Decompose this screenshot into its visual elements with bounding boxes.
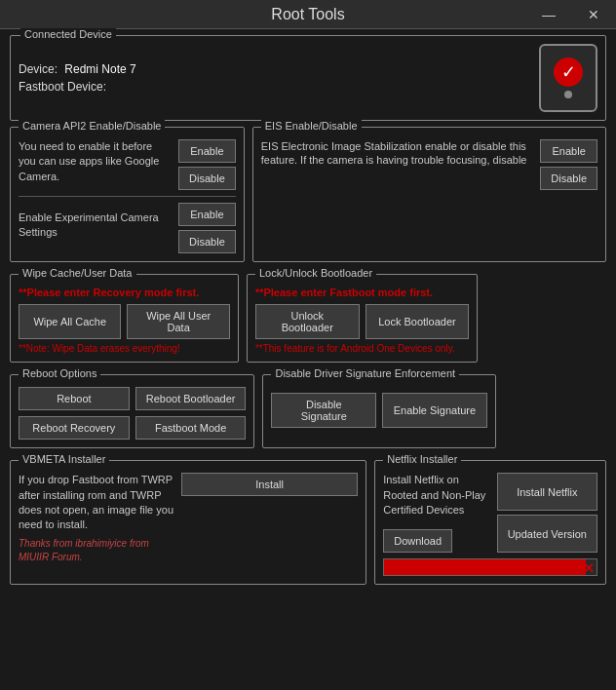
fastboot-mode-button[interactable]: Fastboot Mode bbox=[135, 416, 247, 440]
bootloader-panel: Lock/Unlock Bootloader **Please enter Fa… bbox=[247, 274, 478, 363]
install-netflix-button[interactable]: Install Netflix bbox=[497, 473, 597, 511]
eis-content: EIS Electronic Image Stabilization enabl… bbox=[261, 139, 597, 190]
wipe-all-cache-button[interactable]: Wipe All Cache bbox=[19, 304, 121, 339]
disable-signature-button[interactable]: Disable Signature bbox=[271, 393, 376, 428]
bootloader-title: Lock/Unlock Bootloader bbox=[255, 267, 376, 279]
eis-enable-button[interactable]: Enable bbox=[540, 139, 597, 163]
connected-device-panel: Connected Device Device: Redmi Note 7 Fa… bbox=[10, 35, 606, 121]
bootloader-note: **This feature is for Android One Device… bbox=[255, 343, 469, 354]
device-value: Redmi Note 7 bbox=[64, 62, 135, 76]
bootloader-warning: **Please enter Fastboot mode first. bbox=[255, 287, 469, 298]
device-dot bbox=[564, 91, 572, 98]
vbmeta-panel: VBMETA Installer If you drop Fastboot fr… bbox=[10, 460, 366, 585]
reboot-buttons: Reboot Reboot Bootloader Reboot Recovery… bbox=[19, 387, 246, 440]
fastboot-line: Fastboot Device: bbox=[19, 80, 539, 94]
netflix-content: Install Netflix on Rooted and Non-Play C… bbox=[383, 473, 597, 576]
camera-api-content: You need to enable it before you can use… bbox=[19, 139, 236, 253]
exp-camera-label: Enable Experimental Camera Settings bbox=[19, 211, 171, 241]
row2: Wipe Cache/User Data **Please enter Reco… bbox=[10, 274, 606, 368]
reboot-bootloader-button[interactable]: Reboot Bootloader bbox=[135, 387, 247, 410]
updated-version-button[interactable]: Updated Version bbox=[497, 515, 597, 553]
bootloader-content: **Please enter Fastboot mode first. Unlo… bbox=[255, 287, 469, 354]
reboot-title: Reboot Options bbox=[19, 367, 100, 379]
minimize-button[interactable]: — bbox=[526, 0, 571, 29]
wipe-all-user-button[interactable]: Wipe All User Data bbox=[127, 304, 229, 339]
camera-disable-button[interactable]: Disable bbox=[178, 167, 236, 190]
netflix-right: Install Netflix Updated Version bbox=[497, 473, 597, 553]
eis-buttons: Enable Disable bbox=[540, 139, 597, 190]
row3: Reboot Options Reboot Reboot Bootloader … bbox=[10, 374, 606, 454]
reboot-button[interactable]: Reboot bbox=[19, 387, 130, 410]
connected-device-label: Connected Device bbox=[20, 28, 116, 40]
vbmeta-content: If you drop Fastboot from TWRP after ins… bbox=[19, 473, 358, 564]
vbmeta-text-block: If you drop Fastboot from TWRP after ins… bbox=[19, 473, 173, 564]
vbmeta-install-button[interactable]: Install bbox=[181, 473, 358, 496]
netflix-download-button[interactable]: Download bbox=[383, 529, 452, 553]
eis-description: EIS Electronic Image Stabilization enabl… bbox=[261, 139, 533, 186]
device-icon: ✓ bbox=[539, 44, 597, 112]
lock-bootloader-button[interactable]: Lock Bootloader bbox=[366, 304, 470, 339]
netflix-title: Netflix Installer bbox=[383, 453, 461, 465]
bootloader-buttons: Unlock Bootloader Lock Bootloader bbox=[255, 304, 469, 339]
vbmeta-title: VBMETA Installer bbox=[19, 453, 109, 465]
vbmeta-description: If you drop Fastboot from TWRP after ins… bbox=[19, 473, 173, 533]
eis-disable-button[interactable]: Disable bbox=[540, 167, 597, 190]
row4: VBMETA Installer If you drop Fastboot fr… bbox=[10, 460, 606, 591]
unlock-bootloader-button[interactable]: Unlock Bootloader bbox=[255, 304, 360, 339]
device-info: Device: Redmi Note 7 Fastboot Device: bbox=[19, 58, 539, 97]
camera-api-title: Camera API2 Enable/Disable bbox=[19, 120, 165, 132]
vbmeta-thanks: Thanks from ibrahimiyice from MIUIIR For… bbox=[19, 537, 173, 564]
row1: Camera API2 Enable/Disable You need to e… bbox=[10, 127, 606, 268]
camera-enable-button[interactable]: Enable bbox=[178, 139, 236, 163]
main-content: Connected Device Device: Redmi Note 7 Fa… bbox=[0, 29, 616, 602]
driver-buttons: Disable Signature Enable Signature bbox=[271, 393, 486, 428]
progress-close-icon[interactable]: ✕ bbox=[583, 560, 595, 576]
netflix-grid: Install Netflix on Rooted and Non-Play C… bbox=[383, 473, 597, 553]
eis-title: EIS Enable/Disable bbox=[261, 120, 362, 132]
camera-api-panel: Camera API2 Enable/Disable You need to e… bbox=[10, 127, 245, 262]
wipe-cache-buttons: Wipe All Cache Wipe All User Data bbox=[19, 304, 230, 339]
driver-signature-panel: Disable Driver Signature Enforcement Dis… bbox=[262, 374, 495, 448]
wipe-cache-panel: Wipe Cache/User Data **Please enter Reco… bbox=[10, 274, 239, 363]
window-title: Root Tools bbox=[271, 6, 344, 23]
netflix-panel: Netflix Installer Install Netflix on Roo… bbox=[374, 460, 606, 585]
wipe-cache-note: **Note: Wipe Data erases everything! bbox=[19, 343, 230, 354]
wipe-cache-title: Wipe Cache/User Data bbox=[19, 267, 136, 279]
camera-api-description: You need to enable it before you can use… bbox=[19, 139, 171, 184]
netflix-left: Install Netflix on Rooted and Non-Play C… bbox=[383, 473, 488, 553]
title-bar: Root Tools — ✕ bbox=[0, 0, 616, 29]
window-controls: — ✕ bbox=[526, 0, 616, 29]
driver-signature-title: Disable Driver Signature Enforcement bbox=[271, 367, 459, 379]
reboot-panel: Reboot Options Reboot Reboot Bootloader … bbox=[10, 374, 254, 448]
progress-bar-fill bbox=[384, 559, 586, 575]
device-line: Device: Redmi Note 7 bbox=[19, 62, 539, 76]
close-button[interactable]: ✕ bbox=[571, 0, 616, 29]
reboot-recovery-button[interactable]: Reboot Recovery bbox=[19, 416, 130, 440]
device-label: Device: bbox=[19, 62, 58, 76]
eis-panel: EIS Enable/Disable EIS Electronic Image … bbox=[252, 127, 606, 262]
wipe-cache-warning: **Please enter Recovery mode first. bbox=[19, 287, 230, 298]
netflix-description: Install Netflix on Rooted and Non-Play C… bbox=[383, 473, 488, 518]
exp-disable-button[interactable]: Disable bbox=[178, 230, 236, 253]
netflix-progress-bar: ✕ bbox=[383, 558, 597, 576]
enable-signature-button[interactable]: Enable Signature bbox=[382, 393, 487, 428]
exp-enable-button[interactable]: Enable bbox=[178, 203, 236, 226]
wipe-cache-content: **Please enter Recovery mode first. Wipe… bbox=[19, 287, 230, 354]
fastboot-label: Fastboot Device: bbox=[19, 80, 106, 94]
checkmark-icon: ✓ bbox=[554, 58, 583, 87]
